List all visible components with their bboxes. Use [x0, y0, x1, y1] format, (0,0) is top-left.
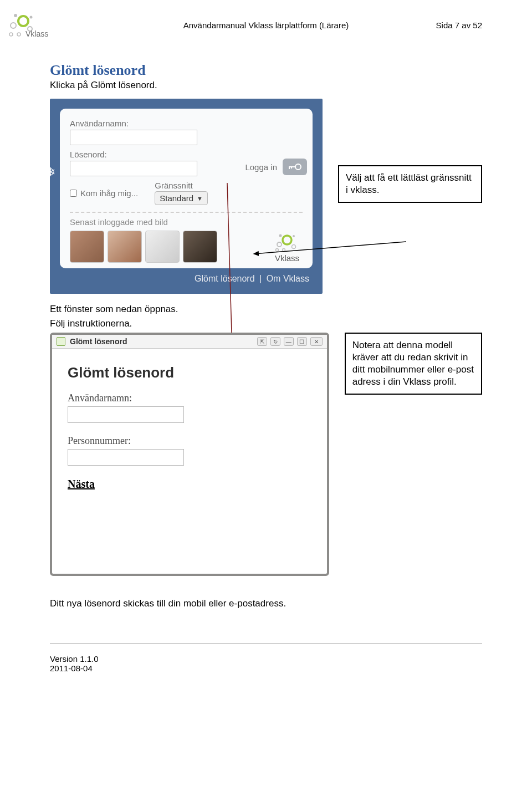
window-icon	[57, 337, 65, 346]
svg-point-13	[293, 235, 295, 237]
pin-button[interactable]: ⇱	[257, 337, 267, 346]
avatar[interactable]	[145, 231, 180, 263]
follow-instructions-text: Följ instruktionerna.	[50, 318, 482, 329]
recent-logged-in-title: Senast inloggade med bild	[70, 217, 303, 227]
svg-point-6	[17, 33, 21, 36]
profile-note-text: Notera att denna modell kräver att du re…	[352, 340, 474, 387]
footer-date: 2011-08-04	[50, 664, 482, 673]
close-button[interactable]: ✕	[310, 337, 323, 346]
modal-personnr-label: Personnummer:	[68, 435, 311, 447]
about-vklass-link[interactable]: Om Vklass	[267, 274, 309, 283]
interface-label: Gränssnitt	[155, 181, 208, 190]
next-button[interactable]: Nästa	[68, 478, 95, 490]
username-label: Användarnamn:	[70, 119, 303, 128]
key-icon[interactable]	[283, 159, 307, 175]
svg-point-7	[295, 164, 301, 170]
vklass-brand-label: Vklass	[275, 253, 299, 263]
recent-avatars-row: Vklass	[70, 230, 303, 263]
page-indicator: Sida 7 av 52	[436, 21, 482, 30]
modal-username-label: Användarnamn:	[68, 392, 311, 404]
modal-username-input[interactable]	[68, 406, 184, 423]
section-intro: Klicka på Glömt lösenord.	[50, 80, 482, 91]
interface-dropdown[interactable]: Standard ▼	[155, 191, 208, 205]
profile-note-callout: Notera att denna modell kräver att du re…	[345, 333, 482, 395]
modal-heading: Glömt lösenord	[68, 364, 311, 381]
svg-point-17	[283, 249, 285, 252]
svg-point-11	[283, 236, 291, 244]
separator: |	[259, 274, 262, 283]
login-panel: Användarnamn: Lösenord: Logga in	[60, 109, 313, 268]
svg-point-3	[30, 16, 33, 19]
chevron-down-icon: ▼	[197, 195, 203, 202]
svg-point-16	[276, 249, 279, 252]
maximize-button[interactable]: ☐	[297, 337, 307, 346]
modal-personnr-input[interactable]	[68, 449, 184, 466]
vklass-logo: Vklass	[6, 10, 55, 40]
divider	[70, 212, 303, 213]
header-title: Användarmanual Vklass lärplattform (Lära…	[183, 21, 349, 30]
forgot-password-modal: Glömt lösenord ⇱ ↻ — ☐ ✕ Glömt lösenord …	[50, 333, 329, 576]
remember-checkbox[interactable]: Kom ihåg mig...	[70, 188, 138, 198]
login-footer-links: Glömt lösenord | Om Vklass	[60, 268, 313, 284]
login-button-area: Logga in	[245, 159, 307, 175]
password-input[interactable]	[70, 161, 197, 176]
svg-point-2	[11, 23, 16, 28]
forgot-password-link[interactable]: Glömt lösenord	[195, 274, 255, 283]
final-note: Ditt nya lösenord skickas till din mobil…	[50, 598, 482, 609]
svg-point-5	[9, 33, 13, 36]
svg-point-15	[292, 245, 296, 249]
avatar[interactable]	[70, 231, 104, 263]
footer-version: Version 1.1.0	[50, 654, 482, 664]
window-opens-text: Ett fönster som nedan öppnas.	[50, 304, 482, 315]
vklass-brand-mini: Vklass	[272, 230, 303, 263]
username-input[interactable]	[70, 130, 197, 145]
interface-callout-text: Välj att få ett lättläst gränssnitt i vk…	[346, 172, 472, 195]
svg-point-12	[279, 234, 282, 237]
svg-rect-10	[291, 166, 292, 169]
page-footer: Version 1.1.0 2011-08-04	[0, 644, 532, 695]
remember-checkbox-input[interactable]	[70, 190, 77, 197]
svg-point-1	[14, 14, 17, 17]
logo-text: Vklass	[25, 29, 48, 38]
svg-rect-9	[289, 166, 290, 169]
section-heading: Glömt lösenord	[50, 62, 482, 79]
login-widget: ❄ Användarnamn: Lösenord: Logga in	[50, 99, 323, 294]
avatar[interactable]	[183, 231, 217, 263]
page-header: Vklass Användarmanual Vklass lärplattfor…	[0, 0, 532, 40]
remember-label: Kom ihåg mig...	[80, 188, 138, 198]
snowflake-icon: ❄	[45, 165, 55, 180]
refresh-button[interactable]: ↻	[270, 337, 280, 346]
login-button-label[interactable]: Logga in	[245, 162, 277, 172]
modal-title: Glömt lösenord	[70, 337, 253, 346]
modal-titlebar: Glömt lösenord ⇱ ↻ — ☐ ✕	[52, 335, 327, 349]
password-label: Lösenord:	[70, 150, 303, 159]
interface-dropdown-value: Standard	[160, 193, 193, 203]
avatar[interactable]	[108, 231, 142, 263]
interface-callout: Välj att få ett lättläst gränssnitt i vk…	[338, 165, 482, 203]
minimize-button[interactable]: —	[284, 337, 294, 346]
svg-point-0	[18, 16, 28, 26]
svg-point-14	[277, 242, 282, 247]
